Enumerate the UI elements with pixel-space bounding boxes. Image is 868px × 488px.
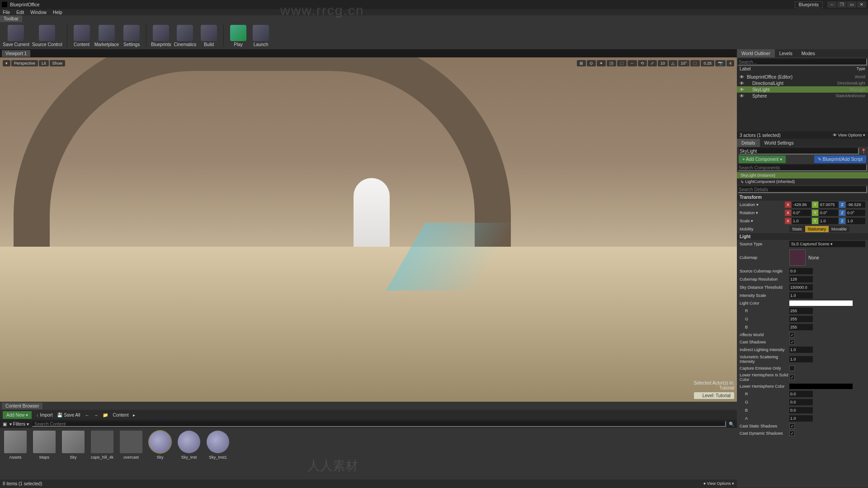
add-component-button[interactable]: + Add Component ▾ (739, 155, 786, 163)
toolbar-settings-button[interactable]: Settings (122, 25, 142, 47)
sources-toggle-icon[interactable]: ▣ (3, 422, 7, 427)
viewport-tool-0[interactable]: ⊞ (577, 60, 586, 66)
viewport-perspective-button[interactable]: Perspective (11, 60, 38, 66)
window-close-button[interactable]: ✕ (857, 1, 866, 8)
viewport-level-label[interactable]: Level: Tutorial (694, 392, 734, 399)
cubemap-slot[interactable] (789, 249, 806, 266)
toolbar-content-button[interactable]: Content (72, 25, 92, 47)
details-search-input[interactable] (738, 186, 867, 193)
toolbar-marketplace-button[interactable]: Marketplace (94, 25, 119, 47)
asset-sky_inst[interactable]: Sky_Inst (176, 431, 202, 477)
viewport-tool-12[interactable]: 0.25 (701, 60, 714, 66)
components-search-input[interactable] (738, 164, 867, 171)
outliner-row-blueprintofficeeditor[interactable]: 👁BlueprintOffice (Editor)World (737, 74, 868, 80)
component-item[interactable]: SkyLight (Instance) (737, 172, 868, 178)
search-icon[interactable]: 🔍 (729, 422, 734, 427)
outliner-row-sphere[interactable]: 👁SphereStaticMeshActor (737, 93, 868, 99)
viewport-tool-8[interactable]: 10 (658, 60, 668, 66)
mobility-stationary-button[interactable]: Stationary (805, 226, 829, 232)
breadcrumb-chevron-icon[interactable]: ▸ (133, 413, 135, 418)
window-maximize-button[interactable]: ▭ (847, 1, 856, 8)
viewport-tool-5[interactable]: ↔ (627, 60, 637, 66)
menu-file[interactable]: File (3, 10, 10, 15)
rotation-y-input[interactable]: 0.0° (819, 210, 838, 216)
window-restore-button[interactable]: ❐ (837, 1, 846, 8)
toolbar-blueprints-button[interactable]: Blueprints (151, 25, 171, 47)
intensity-scale-input[interactable]: 1.0 (789, 292, 813, 299)
viewport-tool-11[interactable]: ⬚ (690, 60, 700, 66)
toolbar-build-button[interactable]: Build (199, 25, 219, 47)
filters-button[interactable]: ▾ Filters ▾ (9, 422, 29, 427)
viewport-tool-2[interactable]: ✦ (597, 60, 606, 66)
viewport-▾-button[interactable]: ▾ (3, 60, 10, 66)
outliner-view-options[interactable]: 👁 View Options ▾ (833, 133, 865, 137)
source-type-dropdown[interactable]: SLS Captured Scene ▾ (789, 241, 865, 247)
scale-z-input[interactable]: 1.0 (846, 218, 865, 224)
lower-color-b-input[interactable]: 0.0 (789, 407, 813, 413)
asset-overcast[interactable]: overcast (118, 431, 144, 477)
viewport[interactable]: ▾PerspectiveLitShow ⊞⊙✦◳⬚↔⟲⤢10△10°⬚0.25📷… (0, 57, 737, 402)
category-light[interactable]: Light (737, 233, 868, 240)
scale-x-input[interactable]: 1.0 (792, 218, 811, 224)
tab-world-outliner[interactable]: World Outliner (737, 49, 775, 57)
import-button[interactable]: ↓ Import (36, 413, 52, 418)
rotation-x-input[interactable]: 0.0° (792, 210, 811, 216)
toolbar-play-button[interactable]: Play (228, 25, 248, 47)
light-color-g-input[interactable]: 255 (789, 316, 813, 322)
outliner-search-input[interactable] (738, 58, 867, 66)
sky-distance-input[interactable]: 150000.0 (789, 284, 813, 291)
light-color-r-input[interactable]: 255 (789, 308, 813, 314)
lower-hemisphere-solid-checkbox[interactable] (789, 375, 795, 380)
toolbar-cinematics-button[interactable]: Cinematics (174, 25, 196, 47)
viewport-show-button[interactable]: Show (50, 60, 66, 66)
lower-color-g-input[interactable]: 0.0 (789, 399, 813, 405)
location-y-input[interactable]: 67.0075 (819, 202, 838, 208)
tab-world-settings[interactable]: World Settings (760, 139, 798, 147)
cast-shadows-checkbox[interactable] (789, 339, 795, 345)
window-minimize-button[interactable]: – (827, 1, 836, 8)
toolbar-save-current-button[interactable]: Save Current (3, 25, 29, 47)
location-x-input[interactable]: -429.86 (792, 202, 811, 208)
scale-y-input[interactable]: 1.0 (819, 218, 838, 224)
menu-help[interactable]: Help (53, 10, 62, 15)
content-browser-tab[interactable]: Content Browser (2, 403, 42, 409)
viewport-tab[interactable]: Viewport 1 (2, 50, 30, 57)
asset-cape_hill_4k[interactable]: cape_hill_4k (90, 431, 115, 477)
viewport-tool-1[interactable]: ⊙ (587, 60, 596, 66)
asset-maps[interactable]: Maps (32, 431, 57, 477)
mobility-static-button[interactable]: Static (789, 226, 805, 232)
menu-window[interactable]: Window (30, 10, 47, 15)
toolbar-launch-button[interactable]: Launch (251, 25, 271, 47)
nav-back-icon[interactable]: ← (85, 413, 89, 418)
save-all-button[interactable]: 💾 Save All (57, 413, 80, 418)
mobility-movable-button[interactable]: Movable (829, 226, 849, 232)
content-search-input[interactable] (32, 421, 726, 427)
viewport-tool-6[interactable]: ⟲ (638, 60, 647, 66)
viewport-lit-button[interactable]: Lit (39, 60, 49, 66)
tab-levels[interactable]: Levels (775, 49, 797, 57)
lower-hemisphere-color-swatch[interactable] (789, 384, 853, 389)
breadcrumb[interactable]: Content (113, 413, 128, 418)
cast-static-shadows-checkbox[interactable] (789, 423, 795, 429)
outliner-row-skylight[interactable]: 👁SkyLightSkyLight (737, 86, 868, 93)
category-transform[interactable]: Transform (737, 194, 868, 201)
asset-sky[interactable]: Sky (147, 431, 173, 477)
location-z-input[interactable]: -96.528 (846, 202, 865, 208)
content-view-options[interactable]: ● View Options ▾ (703, 481, 734, 486)
viewport-tool-10[interactable]: 10° (678, 60, 690, 66)
viewport-tool-4[interactable]: ⬚ (617, 60, 627, 66)
viewport-tool-7[interactable]: ⤢ (648, 60, 657, 66)
locate-icon[interactable]: 📍 (861, 149, 866, 154)
viewport-tool-3[interactable]: ◳ (607, 60, 616, 66)
outliner-row-directionallight[interactable]: 👁DirectionalLightDirectionalLight (737, 80, 868, 86)
asset-assets[interactable]: Assets (3, 431, 28, 477)
actor-name-field[interactable] (739, 147, 859, 155)
nav-forward-icon[interactable]: → (94, 413, 98, 418)
rotation-z-input[interactable]: 0.0° (846, 210, 865, 216)
capture-emissive-checkbox[interactable] (789, 366, 795, 371)
asset-sky[interactable]: Sky (61, 431, 86, 477)
viewport-tool-9[interactable]: △ (669, 60, 677, 66)
light-color-b-input[interactable]: 255 (789, 324, 813, 330)
toolbar-tab[interactable]: Toolbar (0, 15, 22, 22)
volumetric-intensity-input[interactable]: 1.0 (789, 356, 813, 362)
